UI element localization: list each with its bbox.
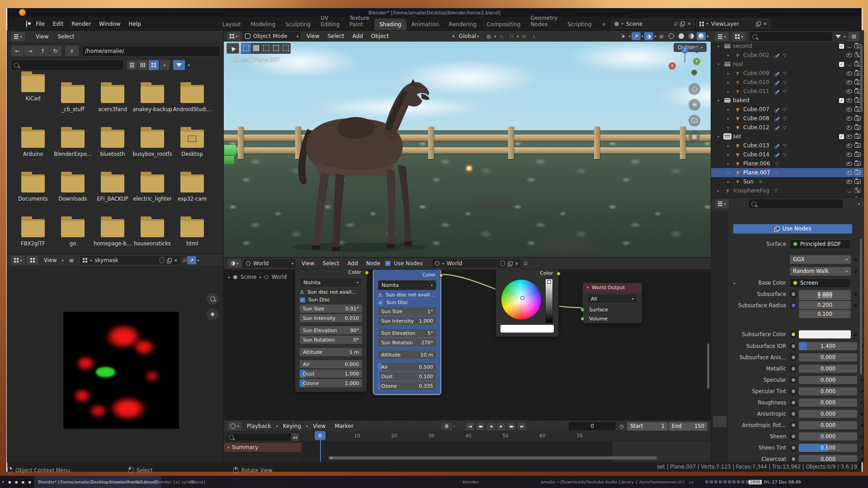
properties-tab[interactable]: [713, 342, 726, 352]
outliner-type-button[interactable]: ▾: [715, 32, 729, 42]
properties-tab[interactable]: [713, 277, 726, 288]
viewlayer-selector[interactable]: ▾ ViewLayer ✕: [696, 19, 770, 29]
expand-arrow[interactable]: ▸: [734, 281, 736, 285]
hide-eye-toggle[interactable]: [846, 99, 852, 103]
viewport-ortho-grid-button[interactable]: ▦: [689, 131, 700, 142]
use-nodes-checkbox[interactable]: ✓: [385, 261, 391, 266]
object-data-icon[interactable]: [783, 116, 787, 121]
display-settings-chevron[interactable]: ▾: [159, 60, 170, 70]
gizmo-toggle[interactable]: ↗: [187, 256, 196, 264]
object-name[interactable]: Cube.014: [743, 151, 769, 158]
workspace-tab[interactable]: Modeling: [246, 19, 281, 31]
viewport-menu-item[interactable]: Object: [367, 33, 393, 39]
outliner-row[interactable]: Plane.006: [711, 159, 863, 168]
modifier-wrench-icon[interactable]: [774, 107, 780, 112]
image-name[interactable]: skymask: [94, 257, 157, 263]
workspace-tab[interactable]: Compositing: [481, 19, 525, 31]
node-param-slider[interactable]: Ozone 1.000: [300, 379, 362, 387]
disclosure-triangle-icon[interactable]: [727, 80, 732, 84]
timeline-type-button[interactable]: ▾: [227, 421, 242, 431]
volume-input-socket[interactable]: [580, 317, 585, 321]
properties-type-button[interactable]: ▾: [715, 199, 729, 209]
disable-render-toggle[interactable]: [854, 134, 861, 139]
outliner-row[interactable]: Cube.014: [711, 150, 863, 159]
shading-material-icon[interactable]: [687, 32, 696, 40]
copy-icon[interactable]: [167, 258, 171, 263]
properties-tab[interactable]: [713, 292, 726, 303]
object-name[interactable]: Cube.010: [743, 79, 769, 85]
file-search-input[interactable]: [11, 60, 124, 70]
up-directory-button[interactable]: ↑: [36, 45, 49, 56]
surface-input-socket[interactable]: [580, 308, 585, 312]
keyframe-dot[interactable]: [854, 270, 857, 273]
disable-render-toggle[interactable]: [854, 98, 861, 103]
disable-render-toggle[interactable]: [854, 125, 861, 130]
disable-render-toggle[interactable]: [854, 161, 861, 166]
surface-shader-button[interactable]: Principled BSDF: [790, 239, 851, 249]
input-socket-icon[interactable]: [790, 291, 797, 298]
modifier-wrench-icon[interactable]: [774, 80, 780, 85]
folder-item[interactable]: electric_lighter: [132, 174, 172, 202]
node-param-slider[interactable]: Sun Rotation 0°: [300, 336, 362, 344]
select-subtract-mode[interactable]: [261, 43, 271, 53]
object-name[interactable]: Cube.002: [743, 52, 769, 58]
menu-item[interactable]: Window: [95, 21, 124, 27]
use-nodes-label[interactable]: Use Nodes: [394, 260, 423, 267]
workspace-tab[interactable]: Geometry Nodes: [525, 12, 562, 31]
outliner-scrollbar[interactable]: [860, 44, 863, 112]
mode-dropdown[interactable]: Object Mode ▾: [242, 31, 302, 41]
properties-tab[interactable]: [713, 263, 726, 273]
select-mode-buttons[interactable]: [241, 43, 291, 54]
horizontal-list-toggle[interactable]: [137, 60, 148, 70]
object-data-icon[interactable]: [759, 179, 763, 185]
input-socket-icon[interactable]: [790, 388, 797, 395]
object-data-icon[interactable]: [783, 71, 787, 76]
window-titlebar[interactable]: Blender* [/home/amalie/Desktop/blender/h…: [7, 8, 862, 17]
channel-search-input[interactable]: [226, 433, 296, 441]
current-frame-field[interactable]: 0: [568, 422, 616, 431]
disclosure-triangle-icon[interactable]: [717, 62, 722, 66]
input-socket-icon[interactable]: [790, 302, 797, 309]
copy-icon[interactable]: [756, 21, 760, 26]
world-output-node[interactable]: ▾World Output All▾ Surface Volume: [582, 282, 642, 324]
folder-item[interactable]: go: [53, 219, 93, 247]
material-slider[interactable]: 0.000: [799, 432, 857, 441]
viewlayer-name[interactable]: ViewLayer: [711, 21, 754, 27]
fake-user-shield-icon[interactable]: [500, 261, 505, 266]
use-nodes-button[interactable]: Use Nodes: [733, 224, 853, 234]
gizmos-toggle-icon[interactable]: ↗: [632, 32, 641, 40]
outliner-row[interactable]: Cube.011: [711, 87, 863, 96]
object-data-icon[interactable]: [775, 161, 779, 166]
outliner-search-input[interactable]: [749, 32, 833, 42]
skymask-image-canvas[interactable]: [63, 312, 179, 429]
viewport-camera-button[interactable]: [689, 115, 700, 127]
disclosure-triangle-icon[interactable]: [727, 71, 732, 75]
orientation-label[interactable]: Global: [459, 33, 476, 39]
object-data-icon[interactable]: [783, 89, 787, 94]
filter-chevron[interactable]: ▾: [188, 63, 190, 67]
hide-eye-toggle[interactable]: [846, 135, 852, 139]
zoom-button[interactable]: [207, 293, 218, 305]
hide-eye-toggle[interactable]: [846, 108, 852, 112]
workspace-icon[interactable]: •: [2, 479, 5, 484]
disable-render-toggle[interactable]: [854, 89, 861, 94]
scene-name[interactable]: Scene: [626, 21, 670, 27]
object-name[interactable]: Cube.009: [743, 70, 769, 76]
workspace-icon[interactable]: ▪: [21, 479, 24, 484]
node-header[interactable]: ▾World Output: [583, 283, 642, 292]
thumbnail-toggle[interactable]: [148, 60, 159, 70]
viewport-menu-item[interactable]: View: [302, 33, 323, 39]
node-param-slider[interactable]: Air 0.500: [378, 363, 436, 371]
timeline-view-menu[interactable]: View: [309, 423, 330, 429]
rendered-scene[interactable]: User Perspective (0) set | Plane.007 Opt…: [224, 42, 711, 258]
properties-tab[interactable]: [713, 416, 726, 427]
file-select-menu[interactable]: Select: [53, 33, 78, 40]
material-slider[interactable]: 0.000: [799, 387, 857, 395]
disclosure-triangle-icon[interactable]: [727, 117, 732, 121]
node-param-slider[interactable]: Sun Rotation 270°: [378, 338, 436, 347]
properties-tab[interactable]: [713, 401, 726, 412]
preview-range-stopwatch-icon[interactable]: ◷: [617, 422, 626, 430]
object-name[interactable]: set: [733, 133, 741, 140]
folder-item[interactable]: esp32-cam: [172, 174, 212, 202]
folder-item[interactable]: Documents: [13, 174, 53, 202]
